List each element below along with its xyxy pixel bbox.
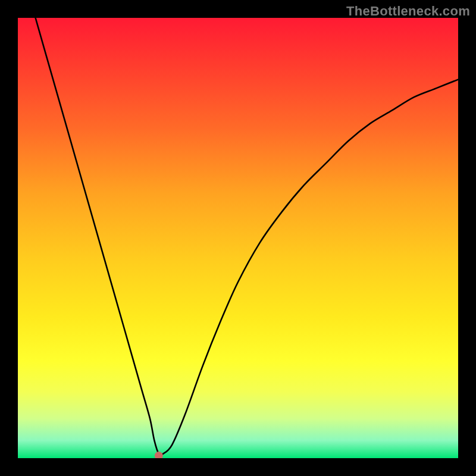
- bottleneck-curve-path: [36, 18, 458, 455]
- curve-layer: [18, 18, 458, 458]
- chart-frame: TheBottleneck.com: [0, 0, 476, 476]
- bottleneck-marker: [155, 452, 163, 458]
- watermark-text: TheBottleneck.com: [346, 4, 470, 19]
- plot-area: [18, 18, 458, 458]
